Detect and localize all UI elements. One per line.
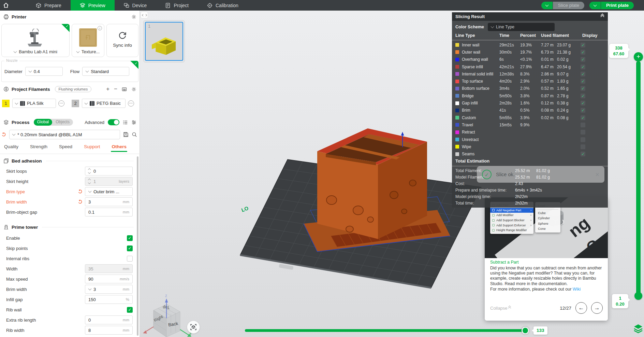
home-button[interactable] — [0, 0, 12, 11]
process-tab-strength[interactable]: Strength — [30, 142, 47, 152]
checkbox[interactable] — [127, 256, 133, 262]
display-checkbox[interactable] — [581, 137, 585, 142]
advanced-toggle[interactable] — [108, 119, 119, 125]
orientation-cube[interactable]: z y Top Right Back — [143, 293, 192, 337]
preset-select[interactable]: * 0.20mm Standard @BBL A1M — [9, 130, 120, 139]
display-checkbox[interactable]: ✓ — [581, 43, 585, 47]
input-field[interactable]: 0.1mm — [85, 208, 133, 216]
sidebar-scrollbar[interactable] — [137, 156, 138, 336]
input-field[interactable]: 90mm/s — [85, 275, 133, 283]
display-checkbox[interactable]: ✓ — [581, 86, 585, 91]
wiki-link[interactable]: Wiki — [573, 287, 581, 292]
input-field[interactable]: 150% — [85, 295, 133, 304]
input-field[interactable]: 0mm — [85, 315, 133, 324]
filament-2-badge[interactable]: 2 — [72, 100, 79, 107]
tune-icon[interactable] — [131, 120, 136, 125]
checkbox[interactable]: ✓ — [127, 307, 133, 313]
input-field[interactable]: 1layers — [85, 177, 133, 186]
slider-track[interactable] — [245, 329, 529, 332]
remove-filament-button[interactable]: − — [114, 86, 117, 93]
display-checkbox[interactable]: ✓ — [581, 94, 585, 98]
display-checkbox[interactable]: ✓ — [581, 72, 585, 76]
search-icon[interactable] — [132, 132, 137, 137]
checkbox[interactable]: ✓ — [127, 235, 133, 241]
display-checkbox[interactable]: ✓ — [581, 65, 585, 69]
ams-icon[interactable] — [122, 87, 127, 92]
nav-tab-prepare[interactable]: Prepare — [27, 0, 71, 11]
display-checkbox[interactable] — [581, 144, 585, 149]
cube-top-label[interactable]: Top — [163, 305, 170, 310]
next-tip-button[interactable]: → — [591, 302, 603, 314]
slicing-row-gap-infill: Gap infill2m28s1.6%0.12 m0.38 g✓ — [452, 99, 608, 107]
reset-icon[interactable] — [78, 199, 83, 204]
input-field[interactable]: 8mm — [85, 326, 133, 335]
display-checkbox[interactable] — [581, 130, 585, 135]
display-checkbox[interactable]: ✓ — [581, 115, 585, 120]
spinner-arrows[interactable] — [88, 169, 90, 173]
reset-icon[interactable] — [78, 189, 83, 194]
display-checkbox[interactable]: ✓ — [581, 57, 585, 62]
filament-list: 1 PLA Silk ··· 2 PETG Basic ··· — [0, 96, 140, 110]
reset-icon[interactable] — [1, 132, 6, 137]
filament-2-select[interactable]: PETG Basic — [82, 99, 126, 108]
objects-toggle[interactable]: Objects — [52, 119, 73, 126]
plate-type-card[interactable]: i Texture... — [72, 24, 104, 57]
layer-bottom-handle[interactable] — [634, 292, 642, 300]
input-field[interactable]: 35mm — [85, 264, 133, 273]
save-icon[interactable] — [123, 132, 129, 137]
input-field[interactable]: 0 — [85, 167, 133, 175]
filament-1-select[interactable]: PLA Silk — [12, 99, 56, 108]
add-layer-marker-button[interactable]: + — [634, 52, 643, 61]
nav-tab-calibration[interactable]: Calibration — [198, 0, 248, 11]
previous-tip-button[interactable]: ← — [575, 302, 587, 314]
nav-tab-project[interactable]: Project — [156, 0, 198, 11]
nav-tab-device[interactable]: Device — [115, 0, 156, 11]
layers-icon[interactable] — [633, 323, 643, 334]
collapse-panel-button[interactable] — [601, 15, 604, 18]
select-field[interactable]: Outer brim ... — [85, 187, 133, 196]
color-scheme-select[interactable]: Line Type — [488, 23, 555, 31]
filament-2-more-button[interactable]: ··· — [128, 100, 134, 107]
process-tab-support[interactable]: Support — [84, 142, 100, 152]
checkbox[interactable]: ✓ — [127, 245, 133, 251]
input-field[interactable]: 3mm — [85, 197, 133, 206]
collapse-tip-button[interactable]: Collapse — [490, 306, 511, 311]
chevron-down-icon — [545, 3, 548, 6]
slider-handle[interactable] — [522, 327, 529, 334]
printer-select-card[interactable]: ✓ Bambu Lab A1 mini — [1, 24, 70, 57]
process-tab-speed[interactable]: Speed — [59, 142, 72, 152]
select-field[interactable]: 3mm — [85, 285, 133, 294]
diameter-select[interactable]: 0.4 — [25, 67, 63, 76]
filament-1-badge[interactable]: 1 — [2, 100, 10, 107]
flushing-volumes-button[interactable]: Flushing volumes — [55, 86, 92, 92]
close-icon[interactable]: × — [595, 171, 599, 178]
global-toggle[interactable]: Global — [34, 119, 53, 126]
list-icon[interactable] — [123, 120, 128, 125]
info-icon[interactable]: i — [98, 26, 102, 30]
camera-view-button[interactable] — [187, 321, 200, 334]
display-checkbox[interactable] — [581, 123, 585, 127]
display-checkbox[interactable]: ✓ — [581, 101, 585, 106]
filament-1-more-button[interactable]: ··· — [58, 100, 64, 107]
slice-plate-button[interactable]: Slice plate — [553, 2, 584, 9]
spinner-arrows[interactable] — [88, 179, 90, 184]
param-label: Width — [6, 266, 17, 271]
gear-icon[interactable] — [131, 87, 136, 92]
print-plate-button[interactable]: Print plate — [601, 2, 634, 9]
sync-info-button[interactable]: Sync info — [106, 24, 138, 57]
process-tab-others[interactable]: Others — [112, 142, 127, 152]
layer-range-slider[interactable] — [636, 61, 641, 296]
add-filament-button[interactable]: + — [106, 86, 109, 93]
display-checkbox[interactable]: ✓ — [581, 108, 585, 113]
process-tab-quality[interactable]: Quality — [4, 142, 18, 152]
nav-tab-preview[interactable]: Preview — [71, 0, 115, 11]
print-plate-dropdown[interactable] — [589, 2, 601, 9]
display-checkbox[interactable]: ✓ — [581, 50, 585, 55]
gear-icon[interactable] — [131, 14, 136, 19]
flow-select[interactable]: Standard — [82, 67, 129, 76]
display-checkbox[interactable]: ✓ — [581, 152, 585, 156]
display-checkbox[interactable]: ✓ — [581, 79, 585, 84]
param-row-brim-object-gap: Brim-object gap0.1mm — [0, 207, 140, 217]
param-row-infill-gap: Infill gap150% — [0, 294, 140, 305]
slice-plate-dropdown[interactable] — [541, 2, 553, 9]
